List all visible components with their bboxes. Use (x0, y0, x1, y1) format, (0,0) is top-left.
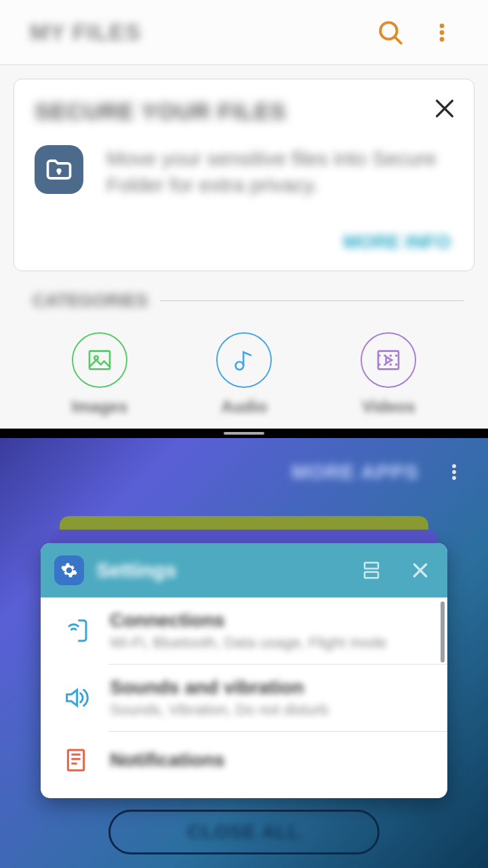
card-body: Connections Wi-Fi, Bluetooth, Data usage… (41, 597, 447, 798)
search-icon[interactable] (374, 16, 407, 49)
promo-description: Move your sensitive files into Secure Fo… (106, 145, 453, 198)
close-icon[interactable] (407, 557, 434, 584)
svg-point-3 (440, 30, 445, 35)
category-label: Audio (221, 397, 267, 416)
svg-rect-22 (68, 750, 83, 770)
promo-title: SECURE YOUR FILES (35, 98, 453, 125)
svg-rect-18 (365, 563, 378, 569)
more-options-icon[interactable] (439, 457, 469, 487)
categories-row: Images Audio Videos (27, 332, 461, 416)
row-title: Connections (110, 610, 428, 631)
category-audio[interactable]: Audio (216, 332, 272, 416)
sound-icon (60, 682, 92, 714)
svg-point-15 (452, 464, 456, 468)
scrollbar-thumb[interactable] (441, 601, 445, 663)
categories-label: CATEGORIES (33, 290, 148, 311)
svg-point-2 (440, 23, 445, 28)
close-all-button[interactable]: CLOSE ALL (108, 810, 380, 854)
svg-point-17 (452, 476, 456, 480)
categories-header: CATEGORIES (33, 290, 464, 311)
secure-files-promo-card: SECURE YOUR FILES Move your sensitive fi… (14, 79, 474, 271)
audio-icon (216, 332, 272, 388)
svg-point-16 (452, 470, 456, 474)
settings-row-sounds[interactable]: Sounds and vibration Sounds, Vibration, … (41, 665, 447, 731)
connections-icon (60, 614, 92, 647)
svg-point-11 (236, 362, 244, 370)
svg-rect-19 (365, 572, 378, 578)
svg-point-4 (440, 37, 445, 41)
svg-point-7 (58, 170, 60, 172)
images-icon (72, 332, 127, 388)
card-title: Settings (96, 559, 176, 582)
divider (160, 300, 464, 301)
svg-rect-12 (378, 351, 399, 370)
svg-rect-9 (89, 351, 110, 370)
my-files-app: MY FILES SECURE YOUR FILES Move your sen… (0, 0, 488, 431)
category-images[interactable]: Images (72, 332, 128, 416)
secure-folder-icon (35, 145, 83, 194)
card-header: Settings (41, 543, 447, 597)
settings-row-notifications[interactable]: Notifications (41, 732, 447, 789)
multiwindow-icon[interactable] (358, 557, 385, 584)
recent-app-card-settings[interactable]: Settings Connections Wi-Fi, Bluetooth, D… (41, 543, 447, 798)
close-icon[interactable] (433, 97, 456, 123)
category-label: Images (72, 397, 128, 416)
close-all-label: CLOSE ALL (188, 821, 301, 843)
settings-app-icon (54, 555, 84, 585)
recents-topbar: MORE APPS (0, 438, 488, 506)
recents-overview: MORE APPS Settings (0, 438, 488, 868)
more-apps-button[interactable]: MORE APPS (291, 460, 419, 484)
settings-row-connections[interactable]: Connections Wi-Fi, Bluetooth, Data usage… (41, 597, 447, 664)
category-label: Videos (362, 397, 415, 416)
row-title: Notifications (110, 749, 428, 771)
row-title: Sounds and vibration (110, 677, 428, 698)
row-subtitle: Wi-Fi, Bluetooth, Data usage, Flight mod… (110, 634, 428, 652)
more-info-button[interactable]: MORE INFO (343, 231, 451, 253)
svg-line-1 (395, 37, 401, 43)
more-options-icon[interactable] (426, 16, 458, 49)
notifications-icon (60, 744, 92, 776)
app-title: MY FILES (30, 19, 141, 45)
row-subtitle: Sounds, Vibration, Do not disturb (110, 701, 428, 719)
files-header: MY FILES (0, 0, 488, 65)
split-screen-handle[interactable] (0, 429, 488, 438)
category-videos[interactable]: Videos (361, 332, 416, 416)
videos-icon (361, 332, 416, 388)
